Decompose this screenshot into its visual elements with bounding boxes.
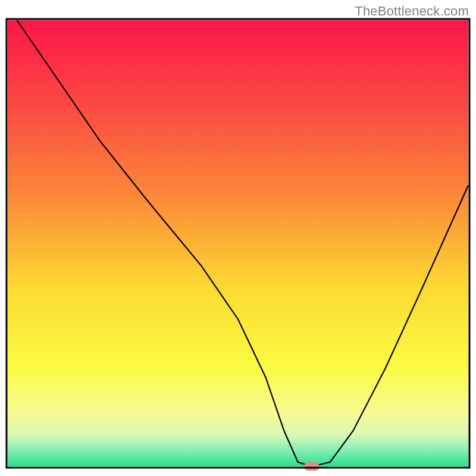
chart-container: TheBottleneck.com bbox=[0, 0, 476, 476]
bottleneck-chart bbox=[0, 0, 476, 476]
plot-background bbox=[8, 20, 468, 466]
optimal-marker bbox=[304, 462, 320, 471]
watermark-text: TheBottleneck.com bbox=[355, 4, 469, 19]
